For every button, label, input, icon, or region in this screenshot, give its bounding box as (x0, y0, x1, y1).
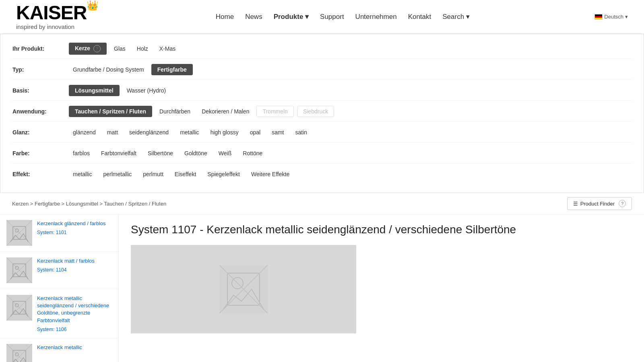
kerze-help-badge[interactable]: ? (93, 45, 101, 52)
finder-label-anwendung: Anwendung: (12, 108, 69, 115)
product-info-1106: Kerzenlack metallic seidenglänzend / ver… (37, 295, 112, 332)
logo-area: KAISER 👑 inspired by innovation (16, 3, 99, 30)
lang-dropdown-icon: ▾ (625, 14, 628, 20)
product-info-1104: Kerzenlack matt / farblos System: 1104 (37, 257, 112, 273)
option-tauchen[interactable]: Tauchen / Spritzen / Fluten (69, 106, 152, 117)
finder-options-basis: Lösungsmittel Wasser (Hydro) (69, 85, 170, 96)
option-xmas[interactable]: X-Mas (155, 43, 180, 54)
nav-search[interactable]: Search ▾ (442, 12, 470, 21)
product-item-1107[interactable]: Kerzenlack metallic (0, 338, 118, 362)
nav-area: Home News Produkte ▾ Support Unternehmen… (216, 12, 470, 21)
option-satin[interactable]: satin (291, 127, 311, 138)
option-matt[interactable]: matt (103, 127, 122, 138)
product-list: Kerzenlack glänzend / farblos System: 11… (0, 214, 119, 362)
product-thumb-1104 (6, 257, 32, 283)
option-metallic-glanz[interactable]: metallic (176, 127, 203, 138)
option-perlmutt[interactable]: perlmutt (139, 169, 167, 179)
finder-options-typ: Grundfarbe / Dosing System Fertigfarbe (69, 64, 193, 75)
option-dekorieren[interactable]: Dekorieren / Malen (198, 106, 253, 117)
product-name-1104: Kerzenlack matt / farblos (37, 257, 112, 265)
logo-text: KAISER (16, 3, 87, 23)
finder-options-anwendung: Tauchen / Spritzen / Fluten Durchfärben … (69, 106, 334, 117)
product-name-1106: Kerzenlack metallic seidenglänzend / ver… (37, 295, 112, 324)
product-thumb-1106 (6, 295, 32, 321)
option-glas[interactable]: Glas (110, 43, 130, 54)
option-fertigfarbe[interactable]: Fertigfarbe (151, 64, 193, 75)
option-trommeln: Trommeln (256, 106, 294, 117)
product-item-1101[interactable]: Kerzenlack glänzend / farblos System: 11… (0, 214, 118, 252)
option-glaenzend[interactable]: glänzend (69, 127, 100, 138)
option-high-glossy[interactable]: high glossy (206, 127, 243, 138)
option-spiegeleffekt[interactable]: Spiegeleffekt (203, 169, 244, 179)
product-finder-label: Product Finder (580, 201, 615, 207)
option-samt[interactable]: samt (268, 127, 288, 138)
language-label: Deutsch (604, 14, 623, 20)
option-weitere-effekte[interactable]: Weitere Effekte (247, 169, 293, 179)
finder-row-farbe: Farbe: farblos Farbtonvielfalt Silbertön… (12, 143, 632, 164)
product-item-1104[interactable]: Kerzenlack matt / farblos System: 1104 (0, 252, 118, 289)
product-finder-help[interactable]: ? (619, 200, 626, 207)
option-metallic-effekt[interactable]: metallic (69, 169, 96, 179)
nav-kontakt[interactable]: Kontakt (408, 13, 431, 21)
option-durchfaerben[interactable]: Durchfärben (155, 106, 194, 117)
product-name-1107: Kerzenlack metallic (37, 344, 112, 351)
product-system-1101: System: 1101 (37, 230, 112, 235)
detail-title: System 1107 - Kerzenlack metallic seiden… (131, 222, 632, 237)
svg-rect-15 (6, 344, 32, 362)
finder-options-product: Kerze ? Glas Holz X-Mas (69, 43, 180, 55)
product-item-1106[interactable]: Kerzenlack metallic seidenglänzend / ver… (0, 289, 118, 338)
option-opal[interactable]: opal (246, 127, 264, 138)
option-holz[interactable]: Holz (133, 43, 152, 54)
nav-support[interactable]: Support (320, 13, 344, 21)
filter-icon: ☰ (573, 201, 578, 207)
crown-icon: 👑 (87, 0, 99, 11)
option-rottoene[interactable]: Rottöne (239, 148, 266, 158)
language-selector[interactable]: Deutsch ▾ (594, 14, 628, 20)
option-wasser[interactable]: Wasser (Hydro) (123, 85, 170, 96)
finder-row-glanz: Glanz: glänzend matt seidenglänzend meta… (12, 122, 632, 143)
product-finder: Ihr Produkt: Kerze ? Glas Holz X-Mas Typ… (0, 34, 644, 193)
product-detail: System 1107 - Kerzenlack metallic seiden… (119, 214, 644, 362)
nav-news[interactable]: News (245, 13, 262, 21)
finder-label-product: Ihr Produkt: (12, 45, 69, 52)
product-thumb-1101 (6, 220, 32, 246)
option-kerze[interactable]: Kerze ? (69, 43, 107, 55)
product-finder-button[interactable]: ☰ Product Finder ? (567, 197, 632, 210)
option-seidenglaenzend[interactable]: seidenglänzend (125, 127, 173, 138)
finder-options-farbe: farblos Farbtonvielfalt Silbertöne Goldt… (69, 148, 266, 158)
breadcrumb: Kerzen > Fertigfarbe > Lösungsmittel > T… (12, 201, 166, 207)
nav-unternehmen[interactable]: Unternehmen (355, 13, 397, 21)
option-grundfarbe[interactable]: Grundfarbe / Dosing System (69, 64, 148, 75)
option-eiseffekt[interactable]: Eiseffekt (171, 169, 200, 179)
finder-label-glanz: Glanz: (12, 129, 69, 136)
product-info-1101: Kerzenlack glänzend / farblos System: 11… (37, 220, 112, 235)
detail-image (131, 245, 356, 333)
finder-label-basis: Basis: (12, 87, 69, 94)
logo-subtitle: inspired by innovation (16, 23, 99, 30)
breadcrumb-bar: Kerzen > Fertigfarbe > Lösungsmittel > T… (0, 193, 644, 214)
option-loesungsmittel[interactable]: Lösungsmittel (69, 85, 120, 96)
product-system-1104: System: 1104 (37, 267, 112, 273)
header: KAISER 👑 inspired by innovation Home New… (0, 0, 644, 34)
finder-options-effekt: metallic perlmetallic perlmutt Eiseffekt… (69, 169, 293, 179)
product-name-1101: Kerzenlack glänzend / farblos (37, 220, 112, 227)
flag-icon (594, 14, 603, 20)
option-weiss[interactable]: Weiß (215, 148, 235, 158)
nav-home[interactable]: Home (216, 13, 234, 21)
option-siebdruck: Siebdruck (297, 106, 334, 117)
option-perlmetallic[interactable]: perlmetallic (99, 169, 136, 179)
option-silbertoene[interactable]: Silbertöne (144, 148, 177, 158)
finder-row-anwendung: Anwendung: Tauchen / Spritzen / Fluten D… (12, 101, 632, 122)
option-goldtoene[interactable]: Goldtöne (180, 148, 211, 158)
finder-label-farbe: Farbe: (12, 150, 69, 156)
product-info-1107: Kerzenlack metallic (37, 344, 112, 354)
product-system-1106: System: 1106 (37, 327, 112, 332)
option-farblos[interactable]: farblos (69, 148, 94, 158)
finder-label-typ: Typ: (12, 66, 69, 73)
option-farbtonvielfalt[interactable]: Farbtonvielfalt (97, 148, 140, 158)
main-content: Kerzenlack glänzend / farblos System: 11… (0, 214, 644, 362)
product-thumb-1107 (6, 344, 32, 362)
finder-options-glanz: glänzend matt seidenglänzend metallic hi… (69, 127, 311, 138)
nav-produkte[interactable]: Produkte ▾ (274, 12, 309, 21)
finder-row-basis: Basis: Lösungsmittel Wasser (Hydro) (12, 80, 632, 101)
